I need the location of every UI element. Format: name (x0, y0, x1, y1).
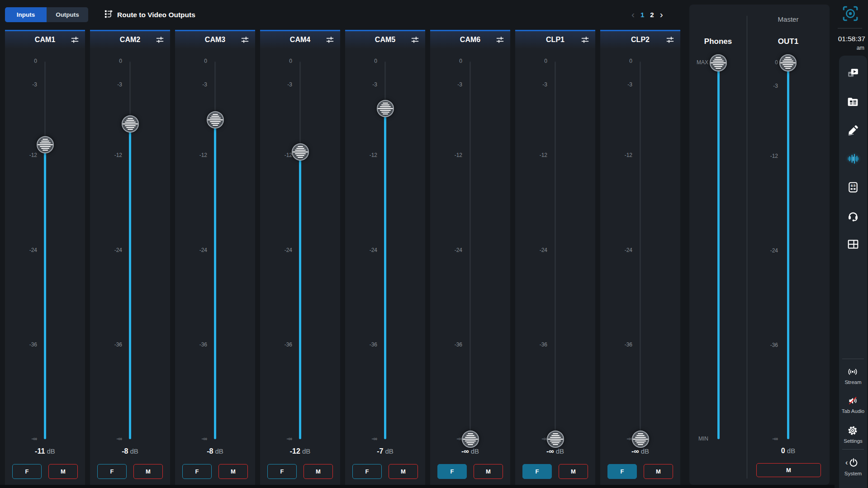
scale-mark: -36 (5, 341, 37, 348)
cam6-fader-knob[interactable] (462, 431, 479, 448)
scale-mark: -24 (515, 247, 547, 253)
tab-inputs[interactable]: Inputs (5, 7, 47, 22)
fade-button[interactable]: F (12, 464, 42, 479)
scale-mark: -36 (600, 341, 632, 348)
channel-level-value: -∞ dB (515, 447, 595, 455)
cam2-fader[interactable]: 0-3-12-24-36-∞ (90, 31, 170, 485)
route-icon (104, 9, 114, 20)
fade-button[interactable]: F (97, 464, 127, 479)
fade-button[interactable]: F (267, 464, 297, 479)
sidebar-nav-panel: 6:5StreamTab AudioSettings‹System (839, 56, 867, 488)
fade-button[interactable]: F (182, 464, 212, 479)
scale-mark: -∞ (175, 436, 207, 442)
scoreboard-icon[interactable]: 6:5 (847, 181, 859, 193)
cam3-fader[interactable]: 0-3-12-24-36-∞ (175, 31, 255, 485)
scale-mark: -3 (430, 81, 462, 88)
cam2-fader-knob[interactable] (122, 115, 139, 133)
clp1-fader[interactable]: 0-3-12-24-36-∞ (515, 31, 595, 485)
sidebar-item-system: System (839, 471, 867, 476)
multiview-icon[interactable] (847, 238, 859, 250)
scale-mark: -3 (515, 81, 547, 88)
scale-mark: -12 (430, 152, 462, 158)
scale-mark: -12 (515, 152, 547, 158)
intercom-icon[interactable] (847, 210, 859, 222)
mute-button[interactable]: M (48, 464, 78, 479)
fade-button[interactable]: F (352, 464, 382, 479)
scale-mark: -3 (175, 81, 207, 88)
media-player-icon[interactable] (847, 67, 859, 79)
scale-mark: -36 (515, 341, 547, 348)
scale-mark: -12 (5, 152, 37, 158)
scale-mark: -36 (345, 341, 377, 348)
tab-outputs[interactable]: Outputs (47, 7, 88, 22)
scale-mark: -12 (747, 153, 778, 159)
power-icon[interactable]: ‹ (845, 457, 861, 469)
scale-mark: -3 (747, 83, 778, 89)
focus-tally-icon[interactable] (842, 5, 859, 22)
clp2-fader-knob[interactable] (632, 431, 649, 448)
out1-fader[interactable]: 0-3-12-24-36-∞ (689, 5, 830, 485)
route-label: Route to Video Outputs (117, 11, 195, 19)
cam4-fader[interactable]: 0-3-12-24-36-∞ (260, 31, 340, 485)
audio-mixer-icon[interactable] (847, 153, 859, 165)
scale-mark: -3 (5, 81, 37, 88)
clock-time: 01:58:37 (838, 35, 865, 43)
mute-button[interactable]: M (218, 464, 248, 479)
clp1-fader-knob[interactable] (547, 431, 564, 448)
mute-button[interactable]: M (474, 464, 503, 479)
cam1-fader-knob[interactable] (37, 136, 54, 153)
scale-mark: -36 (747, 342, 778, 348)
cam4-fader-knob[interactable] (292, 143, 309, 161)
channel-level-value: -7 dB (345, 447, 425, 455)
clp2-fader[interactable]: 0-3-12-24-36-∞ (600, 31, 680, 485)
scale-mark: -36 (90, 341, 122, 348)
scale-mark: 0 (175, 58, 207, 64)
media-browser-icon[interactable] (847, 96, 859, 108)
route-to-video-outputs-button[interactable]: Route to Video Outputs (104, 7, 195, 22)
out1-mute-button[interactable]: M (756, 463, 821, 477)
tab-audio-icon[interactable] (847, 395, 859, 407)
out1-fader-knob[interactable] (779, 54, 797, 71)
scale-mark: -12 (345, 152, 377, 158)
mute-button[interactable]: M (133, 464, 163, 479)
scale-mark: -24 (430, 247, 462, 253)
cam6-fader[interactable]: 0-3-12-24-36-∞ (430, 31, 510, 485)
scale-mark: -∞ (260, 436, 292, 442)
page-next-button[interactable]: › (660, 9, 663, 20)
mute-button[interactable]: M (304, 464, 333, 479)
annotate-icon[interactable] (847, 124, 859, 136)
scale-mark: -24 (345, 247, 377, 253)
scale-mark: -12 (260, 152, 292, 158)
pagination: ‹12› (631, 8, 663, 21)
cam1-fader[interactable]: 0-3-12-24-36-∞ (5, 31, 85, 485)
scale-mark: -24 (90, 247, 122, 253)
sidebar-item-settings: Settings (839, 438, 867, 444)
scale-mark: -36 (260, 341, 292, 348)
sidebar-section-divider (842, 359, 864, 359)
cam5-fader[interactable]: 0-3-12-24-36-∞ (345, 31, 425, 485)
stream-icon[interactable] (847, 366, 859, 378)
settings-icon[interactable] (847, 425, 859, 437)
scale-mark: -12 (175, 152, 207, 158)
scale-mark: -3 (345, 81, 377, 88)
scale-mark: -24 (600, 247, 632, 253)
scale-mark: -∞ (345, 436, 377, 442)
channel-level-value: -8 dB (175, 447, 255, 455)
cam3-fader-knob[interactable] (207, 111, 224, 128)
fade-button[interactable]: F (607, 464, 637, 479)
fade-button[interactable]: F (522, 464, 552, 479)
page-prev-button[interactable]: ‹ (631, 9, 635, 20)
mute-button[interactable]: M (644, 464, 673, 479)
page-number-1[interactable]: 1 (640, 11, 644, 19)
page-number-2[interactable]: 2 (650, 11, 654, 19)
scale-mark: -12 (90, 152, 122, 158)
mute-button[interactable]: M (559, 464, 588, 479)
mute-button[interactable]: M (389, 464, 418, 479)
scale-mark: 0 (260, 58, 292, 64)
fade-button[interactable]: F (437, 464, 467, 479)
cam5-fader-knob[interactable] (377, 100, 394, 117)
scale-mark: -∞ (5, 436, 37, 442)
channel-level-value: -∞ dB (430, 447, 510, 455)
out1-level-value: 0 dB (747, 447, 830, 455)
scale-mark: 0 (515, 58, 547, 64)
